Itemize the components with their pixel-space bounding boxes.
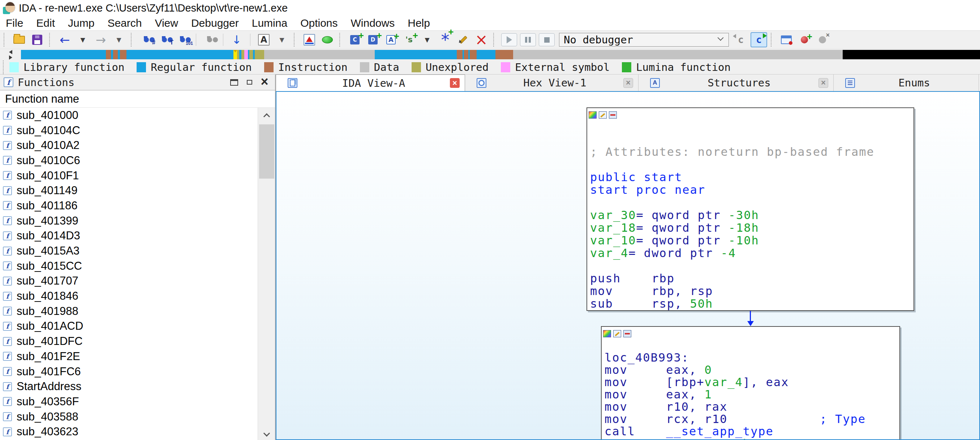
function-row[interactable]: fsub_40104C <box>0 123 258 138</box>
node-frame-icon[interactable] <box>623 330 631 337</box>
continue-process-button[interactable]: c <box>751 32 767 47</box>
nav-segment[interactable] <box>513 50 843 59</box>
code-line[interactable] <box>602 339 899 351</box>
debug-pause-button[interactable] <box>520 33 536 46</box>
code-line[interactable]: loc_40B993: <box>602 351 899 364</box>
function-row[interactable]: fsub_401988 <box>0 304 258 319</box>
nav-segment[interactable] <box>244 50 248 59</box>
menu-edit[interactable]: Edit <box>36 17 55 29</box>
tab-ida-view-a[interactable]: IDA View-A <box>276 75 465 91</box>
code-line[interactable]: var_18= qword ptr -18h <box>587 222 913 234</box>
code-line[interactable]: mov rbp, rsp <box>587 285 913 298</box>
jump-forward-button[interactable]: → <box>92 32 109 47</box>
add-breakpoint-button[interactable]: + <box>796 32 813 47</box>
maximize-panel-button[interactable] <box>227 77 241 88</box>
nav-segment[interactable] <box>249 50 253 59</box>
function-row[interactable]: fsub_401399 <box>0 213 258 228</box>
create-name-button[interactable]: A+ <box>383 32 399 47</box>
nav-left-arrow-icon[interactable] <box>9 50 12 54</box>
function-row[interactable]: fsub_401707 <box>0 274 258 289</box>
code-line[interactable]: public start <box>587 171 913 184</box>
nav-band-arrows[interactable] <box>0 50 21 60</box>
function-row[interactable]: fsub_4014D3 <box>0 228 258 244</box>
function-row[interactable]: fsub_401846 <box>0 289 258 304</box>
code-line[interactable]: mov eax, 20000h <box>602 437 899 440</box>
scroll-down-icon[interactable] <box>263 430 270 437</box>
nav-segment[interactable] <box>495 50 513 59</box>
debug-start-button[interactable] <box>501 33 517 46</box>
nav-segment[interactable] <box>843 50 980 59</box>
node-color-icon[interactable] <box>603 330 611 337</box>
nav-segment[interactable] <box>106 50 111 59</box>
menu-options[interactable]: Options <box>300 17 337 29</box>
open-file-button[interactable] <box>11 32 27 47</box>
close-tab-icon[interactable] <box>450 78 460 88</box>
debug-stop-button[interactable] <box>539 33 555 46</box>
function-row[interactable]: fsub_4015CC <box>0 258 258 274</box>
restore-panel-button[interactable] <box>242 77 256 88</box>
nav-current-position-marker[interactable] <box>234 50 237 59</box>
function-row[interactable]: fsub_403623 <box>0 424 258 439</box>
record-button[interactable] <box>319 32 336 47</box>
code-line[interactable] <box>587 260 913 272</box>
graph-node-start[interactable]: ; Attributes: noreturn bp-based framepub… <box>587 107 914 311</box>
search-text-button[interactable]: T <box>156 32 173 47</box>
navigation-band[interactable] <box>21 50 980 59</box>
function-row[interactable]: fsub_401ACD <box>0 319 258 334</box>
delete-breakpoint-button[interactable]: × <box>814 32 831 47</box>
create-data-button[interactable]: D+ <box>364 32 381 47</box>
nav-segment[interactable] <box>477 50 495 59</box>
nav-segment[interactable] <box>470 50 477 59</box>
create-struct-button[interactable]: *+ <box>437 32 453 47</box>
function-row[interactable]: fStartAddress <box>0 379 258 394</box>
nav-right-arrow-icon[interactable] <box>9 55 12 60</box>
scrollbar-thumb[interactable] <box>259 124 274 179</box>
code-line[interactable]: push rbp <box>587 272 913 285</box>
create-code-button[interactable]: C+ <box>347 32 363 47</box>
function-row[interactable]: fsub_4015A3 <box>0 243 258 258</box>
scroll-up-icon[interactable] <box>263 113 270 120</box>
code-line[interactable]: sub rsp, 50h <box>587 298 913 310</box>
code-line[interactable]: mov r10, rax <box>602 400 899 413</box>
code-line[interactable]: mov [rbp+var_4], eax <box>602 376 899 388</box>
code-line[interactable]: var_30= qword ptr -30h <box>587 209 913 222</box>
close-tab-icon[interactable] <box>818 78 828 88</box>
function-name-column-header[interactable]: Function name <box>0 90 275 108</box>
function-row[interactable]: fsub_403588 <box>0 409 258 424</box>
nav-segment[interactable] <box>264 50 375 59</box>
nav-segment[interactable] <box>126 50 234 59</box>
graph-node-loc-40B993[interactable]: loc_40B993:mov eax, 0mov [rbp+var_4], ea… <box>601 326 900 440</box>
menu-jump[interactable]: Jump <box>68 17 94 29</box>
attach-process-button[interactable]: c <box>732 32 749 47</box>
menu-lumina[interactable]: Lumina <box>252 17 287 29</box>
jump-address-button[interactable]: ↓ <box>228 32 245 47</box>
create-string-dropdown[interactable]: ▼ <box>419 32 436 47</box>
nav-segment[interactable] <box>113 50 118 59</box>
code-line[interactable]: var_4= dword ptr -4 <box>587 247 913 260</box>
nav-segment[interactable] <box>375 50 457 59</box>
menu-file[interactable]: File <box>6 17 23 29</box>
menu-debugger[interactable]: Debugger <box>191 17 239 29</box>
problems-list-button[interactable] <box>301 32 318 47</box>
graph-view[interactable]: ; Attributes: noreturn bp-based framepub… <box>276 91 980 440</box>
tab-structures[interactable]: Structures <box>638 75 834 91</box>
nav-segment[interactable] <box>255 50 264 59</box>
vertical-scrollbar[interactable] <box>258 108 275 440</box>
nav-segment[interactable] <box>242 50 244 59</box>
function-row[interactable]: fsub_401FC6 <box>0 364 258 379</box>
search-immediate-button[interactable]: # <box>138 32 155 47</box>
nav-segment[interactable] <box>457 50 463 59</box>
close-tab-icon[interactable] <box>623 78 633 88</box>
save-file-button[interactable] <box>29 32 46 47</box>
debugger-selector[interactable]: No debugger <box>559 33 729 47</box>
code-line[interactable]: mov eax, 0 <box>602 364 899 376</box>
edit-comment-button[interactable] <box>455 32 472 47</box>
tab-enums[interactable]: Enums <box>834 75 979 91</box>
code-line[interactable]: start proc near <box>587 184 913 196</box>
function-row[interactable]: fsub_401149 <box>0 183 258 198</box>
function-row[interactable]: fsub_401186 <box>0 198 258 213</box>
code-line[interactable] <box>587 120 913 133</box>
code-line[interactable]: var_10= qword ptr -10h <box>587 234 913 247</box>
menu-windows[interactable]: Windows <box>351 17 395 29</box>
code-line[interactable] <box>587 158 913 171</box>
